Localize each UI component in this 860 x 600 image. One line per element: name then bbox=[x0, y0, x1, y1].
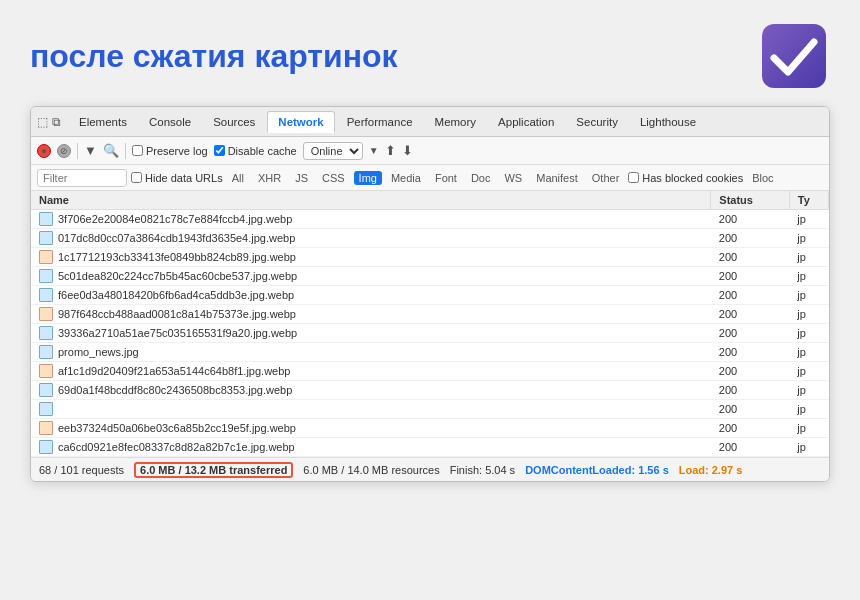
filter-all[interactable]: All bbox=[227, 171, 249, 185]
row-type: jp bbox=[789, 362, 828, 381]
preserve-log-input[interactable] bbox=[132, 145, 143, 156]
row-name: promo_news.jpg bbox=[31, 343, 711, 362]
separator-1 bbox=[77, 143, 78, 159]
row-type: jp bbox=[789, 400, 828, 419]
table-row[interactable]: 3f706e2e20084e0821c78c7e884fccb4.jpg.web… bbox=[31, 210, 829, 229]
tab-console[interactable]: Console bbox=[139, 112, 201, 132]
statusbar-resources: 6.0 MB / 14.0 MB resources bbox=[303, 464, 439, 476]
table-row[interactable]: 69d0a1f48bcddf8c80c2436508bc8353.jpg.web… bbox=[31, 381, 829, 400]
filter-input[interactable] bbox=[37, 169, 127, 187]
device-icon[interactable]: ⧉ bbox=[52, 115, 61, 129]
row-status: 200 bbox=[711, 305, 789, 324]
tab-performance[interactable]: Performance bbox=[337, 112, 423, 132]
filter-blocked[interactable]: Bloc bbox=[747, 171, 778, 185]
disable-cache-input[interactable] bbox=[214, 145, 225, 156]
devtools-statusbar: 68 / 101 requests 6.0 MB / 13.2 MB trans… bbox=[31, 457, 829, 481]
clear-button[interactable]: ⊘ bbox=[57, 144, 71, 158]
filter-doc[interactable]: Doc bbox=[466, 171, 496, 185]
table-row[interactable]: ca6cd0921e8fec08337c8d82a82b7c1e.jpg.web… bbox=[31, 438, 829, 457]
row-name bbox=[31, 400, 711, 419]
record-button[interactable]: ● bbox=[37, 144, 51, 158]
file-icon bbox=[39, 307, 53, 321]
row-status: 200 bbox=[711, 229, 789, 248]
filter-img[interactable]: Img bbox=[354, 171, 382, 185]
devtools-tabs-bar: ⬚ ⧉ Elements Console Sources Network Per… bbox=[31, 107, 829, 137]
row-name: eeb37324d50a06be03c6a85b2cc19e5f.jpg.web… bbox=[31, 419, 711, 438]
row-type: jp bbox=[789, 267, 828, 286]
filter-ws[interactable]: WS bbox=[499, 171, 527, 185]
table-row[interactable]: af1c1d9d20409f21a653a5144c64b8f1.jpg.web… bbox=[31, 362, 829, 381]
table-row[interactable]: 1c17712193cb33413fe0849bb824cb89.jpg.web… bbox=[31, 248, 829, 267]
statusbar-load: Load: 2.97 s bbox=[679, 464, 743, 476]
tab-application[interactable]: Application bbox=[488, 112, 564, 132]
network-table: Name Status Ty 3f706e2e20084e0821c78c7e8… bbox=[31, 191, 829, 457]
throttle-select[interactable]: Online bbox=[303, 142, 363, 160]
has-blocked-cookies-input[interactable] bbox=[628, 172, 639, 183]
row-name: 5c01dea820c224cc7b5b45ac60cbe537.jpg.web… bbox=[31, 267, 711, 286]
table-row[interactable]: promo_news.jpg200jp bbox=[31, 343, 829, 362]
row-status: 200 bbox=[711, 210, 789, 229]
hide-data-urls-checkbox[interactable]: Hide data URLs bbox=[131, 172, 223, 184]
inspect-icon[interactable]: ⬚ bbox=[37, 115, 48, 129]
table-row[interactable]: 987f648ccb488aad0081c8a14b75373e.jpg.web… bbox=[31, 305, 829, 324]
file-icon bbox=[39, 288, 53, 302]
col-name[interactable]: Name bbox=[31, 191, 711, 210]
upload-icon[interactable]: ⬆ bbox=[385, 143, 396, 158]
file-name: 017dc8d0cc07a3864cdb1943fd3635e4.jpg.web… bbox=[58, 232, 295, 244]
col-status[interactable]: Status bbox=[711, 191, 789, 210]
filter-icon[interactable]: ▼ bbox=[84, 143, 97, 158]
logo-icon bbox=[758, 20, 830, 92]
filter-xhr[interactable]: XHR bbox=[253, 171, 286, 185]
throttle-arrow: ▼ bbox=[369, 145, 379, 156]
disable-cache-label: Disable cache bbox=[228, 145, 297, 157]
devtools-toolbar: ● ⊘ ▼ 🔍 Preserve log Disable cache Onlin… bbox=[31, 137, 829, 165]
row-name: 69d0a1f48bcddf8c80c2436508bc8353.jpg.web… bbox=[31, 381, 711, 400]
filter-css[interactable]: CSS bbox=[317, 171, 350, 185]
preserve-log-checkbox[interactable]: Preserve log bbox=[132, 145, 208, 157]
table-row[interactable]: 39336a2710a51ae75c035165531f9a20.jpg.web… bbox=[31, 324, 829, 343]
file-icon bbox=[39, 383, 53, 397]
row-name: 39336a2710a51ae75c035165531f9a20.jpg.web… bbox=[31, 324, 711, 343]
row-type: jp bbox=[789, 343, 828, 362]
row-status: 200 bbox=[711, 438, 789, 457]
download-icon[interactable]: ⬇ bbox=[402, 143, 413, 158]
tab-lighthouse[interactable]: Lighthouse bbox=[630, 112, 706, 132]
file-name: eeb37324d50a06be03c6a85b2cc19e5f.jpg.web… bbox=[58, 422, 296, 434]
hide-data-urls-input[interactable] bbox=[131, 172, 142, 183]
row-type: jp bbox=[789, 286, 828, 305]
col-type[interactable]: Ty bbox=[789, 191, 828, 210]
tab-network[interactable]: Network bbox=[267, 111, 334, 133]
table-row[interactable]: 200jp bbox=[31, 400, 829, 419]
filter-media[interactable]: Media bbox=[386, 171, 426, 185]
file-icon bbox=[39, 364, 53, 378]
file-name: promo_news.jpg bbox=[58, 346, 139, 358]
filter-manifest[interactable]: Manifest bbox=[531, 171, 583, 185]
statusbar-finish: Finish: 5.04 s bbox=[450, 464, 515, 476]
row-type: jp bbox=[789, 438, 828, 457]
row-name: ca6cd0921e8fec08337c8d82a82b7c1e.jpg.web… bbox=[31, 438, 711, 457]
row-status: 200 bbox=[711, 286, 789, 305]
search-icon[interactable]: 🔍 bbox=[103, 143, 119, 158]
hide-data-urls-label: Hide data URLs bbox=[145, 172, 223, 184]
table-row[interactable]: eeb37324d50a06be03c6a85b2cc19e5f.jpg.web… bbox=[31, 419, 829, 438]
row-status: 200 bbox=[711, 381, 789, 400]
filter-other[interactable]: Other bbox=[587, 171, 625, 185]
tab-elements[interactable]: Elements bbox=[69, 112, 137, 132]
file-name: 69d0a1f48bcddf8c80c2436508bc8353.jpg.web… bbox=[58, 384, 292, 396]
filter-js[interactable]: JS bbox=[290, 171, 313, 185]
table-row[interactable]: 017dc8d0cc07a3864cdb1943fd3635e4.jpg.web… bbox=[31, 229, 829, 248]
file-icon bbox=[39, 212, 53, 226]
table-row[interactable]: 5c01dea820c224cc7b5b45ac60cbe537.jpg.web… bbox=[31, 267, 829, 286]
tab-security[interactable]: Security bbox=[566, 112, 628, 132]
row-status: 200 bbox=[711, 267, 789, 286]
tab-memory[interactable]: Memory bbox=[425, 112, 487, 132]
has-blocked-cookies-checkbox[interactable]: Has blocked cookies bbox=[628, 172, 743, 184]
tab-sources[interactable]: Sources bbox=[203, 112, 265, 132]
row-name: 017dc8d0cc07a3864cdb1943fd3635e4.jpg.web… bbox=[31, 229, 711, 248]
table-row[interactable]: f6ee0d3a48018420b6fb6ad4ca5ddb3e.jpg.web… bbox=[31, 286, 829, 305]
row-name: 987f648ccb488aad0081c8a14b75373e.jpg.web… bbox=[31, 305, 711, 324]
row-type: jp bbox=[789, 248, 828, 267]
filter-font[interactable]: Font bbox=[430, 171, 462, 185]
disable-cache-checkbox[interactable]: Disable cache bbox=[214, 145, 297, 157]
row-status: 200 bbox=[711, 248, 789, 267]
